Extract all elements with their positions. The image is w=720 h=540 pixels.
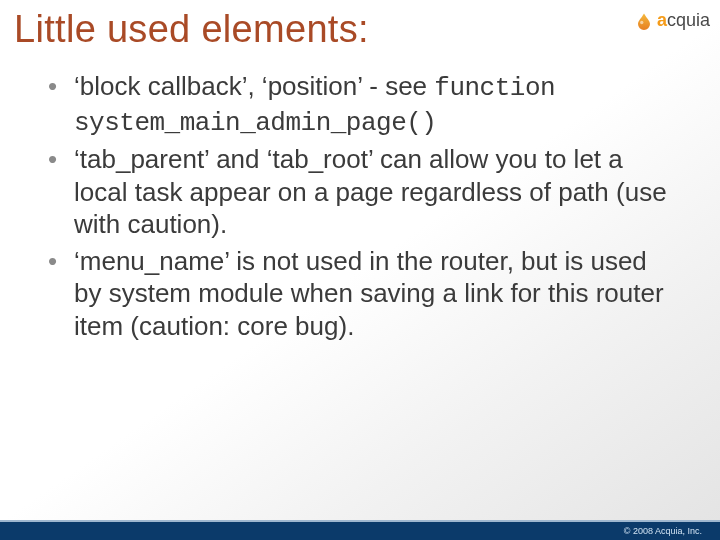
droplet-icon — [635, 11, 653, 31]
bullet-list: ‘block callback’, ‘position’ - see funct… — [40, 70, 670, 342]
slide-title: Little used elements: — [14, 8, 369, 51]
copyright-text: © 2008 Acquia, Inc. — [624, 526, 702, 536]
bullet-text: ‘block callback’, ‘position’ - see — [74, 71, 434, 101]
svg-point-0 — [640, 20, 643, 23]
list-item: ‘block callback’, ‘position’ - see funct… — [40, 70, 670, 139]
footer: © 2008 Acquia, Inc. — [0, 510, 720, 540]
footer-band-dark: © 2008 Acquia, Inc. — [0, 522, 720, 540]
list-item: ‘menu_name’ is not used in the router, b… — [40, 245, 670, 343]
bullet-text: ‘menu_name’ is not used in the router, b… — [74, 246, 664, 341]
content-area: ‘block callback’, ‘position’ - see funct… — [40, 70, 670, 346]
brand-text: acquia — [657, 10, 710, 31]
bullet-text: ‘tab_parent’ and ‘tab_root’ can allow yo… — [74, 144, 667, 239]
brand-text-rest: cquia — [667, 10, 710, 30]
slide: Little used elements: acquia ‘block call… — [0, 0, 720, 540]
brand-text-accent: a — [657, 10, 667, 30]
list-item: ‘tab_parent’ and ‘tab_root’ can allow yo… — [40, 143, 670, 241]
brand-logo: acquia — [635, 10, 710, 31]
